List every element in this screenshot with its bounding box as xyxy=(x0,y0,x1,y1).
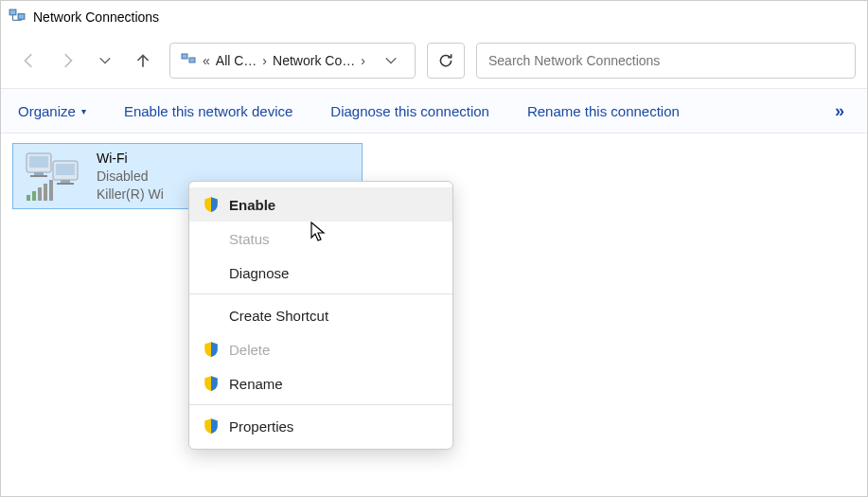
breadcrumb-sep: « xyxy=(203,53,210,68)
diagnose-cmd[interactable]: Diagnose this connection xyxy=(330,103,489,119)
back-button[interactable] xyxy=(12,44,46,78)
up-button[interactable] xyxy=(126,44,160,78)
svg-rect-13 xyxy=(61,180,70,183)
address-bar[interactable]: « All C… › Network Co… › xyxy=(169,43,416,79)
caret-down-icon: ▾ xyxy=(81,106,86,116)
ctx-diagnose[interactable]: Diagnose xyxy=(189,256,452,290)
menu-separator xyxy=(189,404,452,405)
adapter-name: Wi-Fi xyxy=(97,150,164,168)
svg-rect-18 xyxy=(44,184,47,201)
svg-rect-6 xyxy=(189,58,195,62)
enable-device-cmd[interactable]: Enable this network device xyxy=(124,103,292,119)
ctx-diagnose-label: Diagnose xyxy=(229,265,289,281)
svg-rect-19 xyxy=(49,180,53,201)
overflow-button[interactable]: » xyxy=(835,101,850,121)
ctx-create-shortcut[interactable]: Create Shortcut xyxy=(189,298,452,332)
adapter-driver: Killer(R) Wi xyxy=(97,186,164,204)
svg-rect-15 xyxy=(27,195,30,201)
ctx-status-label: Status xyxy=(229,231,270,247)
window-title: Network Connections xyxy=(33,9,159,25)
shield-icon xyxy=(203,375,220,392)
svg-rect-12 xyxy=(56,164,75,175)
ctx-delete: Delete xyxy=(189,332,452,366)
ctx-enable[interactable]: Enable xyxy=(189,187,452,222)
search-input[interactable] xyxy=(476,43,856,79)
breadcrumb-root[interactable]: All C… xyxy=(216,53,257,68)
svg-rect-9 xyxy=(34,172,44,175)
adapter-icon xyxy=(21,150,87,203)
svg-rect-14 xyxy=(57,183,74,185)
shield-icon xyxy=(203,196,220,213)
shield-icon xyxy=(203,417,220,435)
chevron-right-icon[interactable]: › xyxy=(262,53,267,68)
refresh-button[interactable] xyxy=(427,43,465,79)
svg-rect-10 xyxy=(30,175,47,177)
chevron-right-icon[interactable]: › xyxy=(361,53,365,68)
context-menu: Enable Status Diagnose Create Shortcut D… xyxy=(188,181,453,450)
address-dropdown[interactable] xyxy=(377,54,405,67)
titlebar: Network Connections xyxy=(1,1,867,33)
ctx-enable-label: Enable xyxy=(229,197,275,213)
ctx-delete-label: Delete xyxy=(229,342,270,358)
breadcrumb-current[interactable]: Network Co… xyxy=(273,53,355,68)
adapter-info: Wi-Fi Disabled Killer(R) Wi xyxy=(97,150,164,204)
ctx-status: Status xyxy=(189,222,452,256)
organize-menu[interactable]: Organize▾ xyxy=(18,103,86,119)
svg-rect-1 xyxy=(18,14,25,20)
navbar: « All C… › Network Co… › xyxy=(1,33,867,88)
recent-locations-button[interactable] xyxy=(88,44,122,78)
forward-button[interactable] xyxy=(50,44,84,78)
ctx-rename[interactable]: Rename xyxy=(189,366,452,400)
ctx-properties-label: Properties xyxy=(229,418,293,435)
ctx-create-shortcut-label: Create Shortcut xyxy=(229,308,328,324)
ctx-rename-label: Rename xyxy=(229,376,283,392)
shield-icon xyxy=(203,341,220,358)
rename-cmd[interactable]: Rename this connection xyxy=(527,103,680,119)
content-area: Wi-Fi Disabled Killer(R) Wi Enable Statu… xyxy=(1,133,867,497)
svg-rect-0 xyxy=(9,9,16,15)
command-bar: Organize▾ Enable this network device Dia… xyxy=(1,88,867,133)
ctx-properties[interactable]: Properties xyxy=(189,409,452,443)
svg-rect-5 xyxy=(182,54,187,59)
svg-rect-8 xyxy=(29,156,48,168)
adapter-status: Disabled xyxy=(97,168,164,186)
svg-rect-17 xyxy=(38,187,42,201)
network-icon xyxy=(180,53,197,68)
menu-separator xyxy=(189,293,452,294)
organize-label: Organize xyxy=(18,103,76,119)
svg-rect-16 xyxy=(32,191,36,201)
network-icon xyxy=(9,9,26,26)
